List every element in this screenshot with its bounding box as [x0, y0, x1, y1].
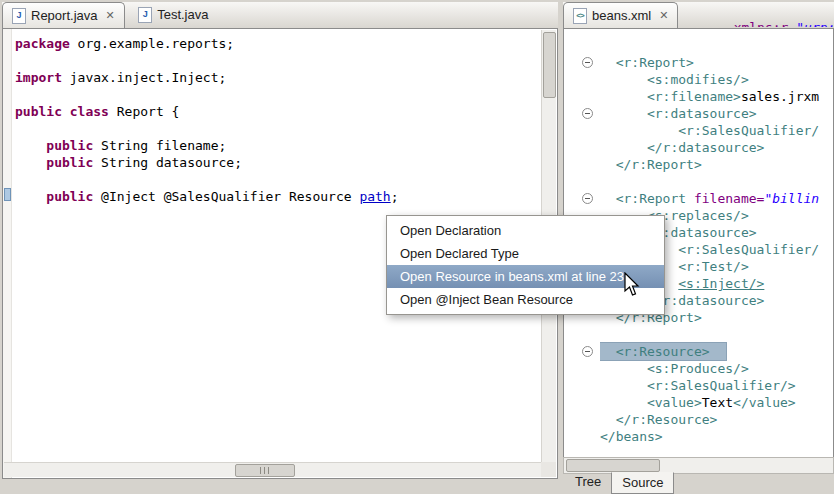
code-token: <r:Report> — [600, 55, 694, 70]
code-token: xmlns:r= — [734, 20, 797, 27]
menu-item-highlighted[interactable]: Open Resource in beans.xml at line 23 — [387, 265, 664, 288]
code-line[interactable]: <r:Report filename="billin — [600, 190, 833, 207]
code-line[interactable]: import javax.inject.Inject; — [15, 69, 539, 86]
menu-item[interactable]: Open Declaration — [387, 219, 664, 242]
code-line[interactable]: </beans> — [600, 428, 833, 445]
code-token: "urn:java/org — [796, 20, 834, 27]
code-token: <r:SalesQualifier/ — [600, 123, 819, 138]
code-line[interactable]: <r:Report> — [600, 54, 833, 71]
menu-item[interactable]: Open @Inject Bean Resource — [387, 288, 664, 311]
code-token: <s:modifies/> — [600, 72, 749, 87]
selected-element-highlight: <r:Resource> — [600, 343, 726, 360]
code-line[interactable]: package org.example.reports; — [15, 35, 539, 52]
code-token: </beans> — [600, 429, 663, 444]
tab-label: Test.java — [157, 7, 208, 22]
code-token: <r:SalesQualifier/> — [600, 378, 796, 393]
code-line[interactable]: <r:SalesQualifier/ — [600, 122, 833, 139]
vertical-scrollbar-thumb[interactable] — [543, 32, 556, 98]
mouse-cursor — [624, 272, 642, 298]
code-token: Report { — [109, 104, 179, 119]
code-token: public — [15, 104, 62, 119]
fold-collapse-icon[interactable] — [582, 346, 593, 357]
code-token: public — [46, 138, 93, 153]
horizontal-scrollbar-thumb[interactable] — [235, 464, 295, 477]
xml-horizontal-scrollbar-thumb[interactable] — [566, 459, 660, 472]
clipped-xml-line: xmlns:r="urn:java/org — [671, 5, 834, 27]
code-token: </r:Resource> — [600, 412, 717, 427]
code-token: javax.inject.Inject; — [62, 70, 226, 85]
code-token: public — [46, 155, 93, 170]
code-line[interactable] — [15, 171, 539, 188]
code-token: package — [15, 36, 70, 51]
code-token: String datasource; — [93, 155, 242, 170]
java-file-icon: J — [12, 8, 26, 24]
code-line[interactable] — [600, 326, 833, 343]
code-line[interactable]: </r:Report> — [600, 156, 833, 173]
bottom-tab-tree[interactable]: Tree — [565, 472, 611, 494]
tab-label: beans.xml — [592, 8, 651, 23]
tab-label: Report.java — [31, 8, 97, 23]
code-line[interactable] — [600, 37, 833, 54]
code-line[interactable]: <r:filename>sales.jrxm — [600, 88, 833, 105]
code-line[interactable]: </r:datasource> — [600, 139, 833, 156]
hyperlink-context-menu: Open DeclarationOpen Declared TypeOpen R… — [386, 215, 665, 315]
code-token — [15, 138, 46, 153]
code-line[interactable]: public String filename; — [15, 137, 539, 154]
annotation-marker[interactable] — [4, 188, 11, 201]
horizontal-scrollbar[interactable] — [4, 462, 541, 477]
code-token: sales.jrxm — [741, 89, 819, 104]
code-token: String filename; — [93, 138, 226, 153]
code-token — [62, 104, 70, 119]
code-line[interactable]: public class Report { — [15, 103, 539, 120]
code-line[interactable]: public @Inject @SalesQualifier Resource … — [15, 188, 539, 205]
code-line[interactable]: <s:modifies/> — [600, 71, 833, 88]
code-line[interactable] — [600, 173, 833, 190]
code-token: <s:Produces/> — [600, 361, 749, 376]
code-token: </r:datasource> — [600, 140, 764, 155]
java-file-icon: J — [138, 7, 152, 23]
code-token: public — [46, 189, 93, 204]
code-token: "billin — [764, 191, 819, 206]
code-token: </value> — [733, 395, 796, 410]
code-line[interactable]: <r:SalesQualifier/> — [600, 377, 833, 394]
bottom-tab-source[interactable]: Source — [611, 472, 674, 494]
code-line[interactable] — [15, 52, 539, 69]
code-token: <r:Report — [600, 191, 686, 206]
code-line[interactable]: <s:Produces/> — [600, 360, 833, 377]
code-line[interactable]: </r:Resource> — [600, 411, 833, 428]
code-token — [15, 189, 46, 204]
code-line[interactable]: <r:datasource> — [600, 105, 833, 122]
code-line[interactable] — [15, 86, 539, 103]
left-tabstrip: J Report.java ✕ J Test.java — [2, 2, 558, 28]
code-token: </r:Report> — [600, 157, 702, 172]
code-line[interactable]: <r:Resource> — [600, 343, 833, 360]
close-icon[interactable]: ✕ — [105, 9, 114, 22]
tab-beans-xml[interactable]: <> beans.xml ✕ — [563, 2, 678, 28]
tab-test-java[interactable]: J Test.java — [129, 2, 217, 27]
fold-collapse-icon[interactable] — [582, 57, 593, 68]
close-icon[interactable]: ✕ — [659, 9, 668, 22]
ide-window: J Report.java ✕ J Test.java package org.… — [0, 0, 834, 494]
code-token: ; — [391, 189, 399, 204]
code-line[interactable]: <value>Text</value> — [600, 394, 833, 411]
fold-collapse-icon[interactable] — [582, 193, 593, 204]
code-line[interactable] — [15, 120, 539, 137]
fold-collapse-icon[interactable] — [582, 108, 593, 119]
code-token: Text — [702, 395, 733, 410]
code-token: @Inject @SalesQualifier Resource — [93, 189, 359, 204]
code-token: <r:datasource> — [600, 106, 757, 121]
hyperlink[interactable]: <s:Inject/> — [678, 276, 764, 291]
code-token — [15, 155, 46, 170]
scrollbar-corner — [541, 462, 556, 477]
code-token: import — [15, 70, 62, 85]
tab-report-java[interactable]: J Report.java ✕ — [2, 2, 125, 28]
code-line[interactable]: public String datasource; — [15, 154, 539, 171]
code-token: filename= — [686, 191, 764, 206]
right-tabstrip: <> beans.xml ✕ xmlns:r="urn:java/org — [563, 2, 834, 28]
editor-page-tabs: TreeSource — [565, 472, 674, 494]
code-token: org.example.reports; — [70, 36, 234, 51]
hyperlink[interactable]: path — [359, 189, 390, 204]
code-token: class — [70, 104, 109, 119]
annotation-ruler[interactable] — [3, 29, 12, 478]
menu-item[interactable]: Open Declared Type — [387, 242, 664, 265]
